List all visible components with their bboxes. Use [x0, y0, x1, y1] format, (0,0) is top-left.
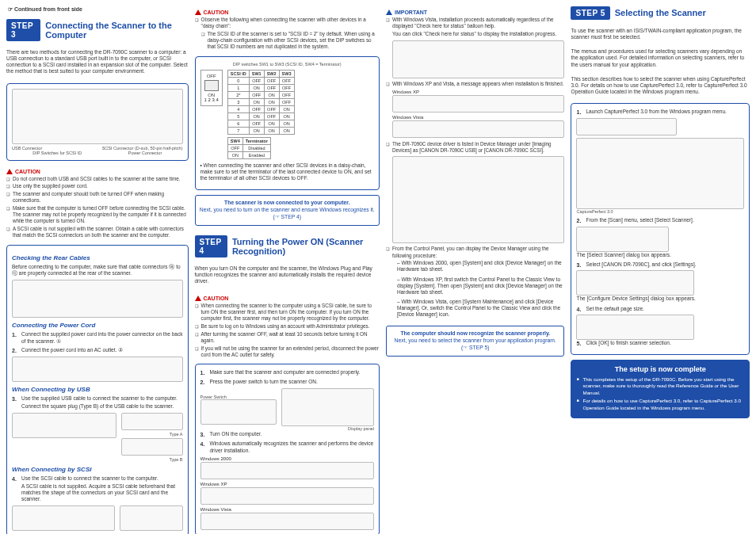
step5-s5: Click [OK] to finish scanner selection.: [586, 340, 670, 345]
device-manager-screenshot: [392, 156, 565, 243]
step5-procedure-panel: 1.Launch CapturePerfect 3.0 from the Win…: [571, 103, 750, 355]
step3-badge: STEP 3: [6, 19, 40, 41]
dip-switch-panel: DIP switches SW1 to SW3 (SCSI ID, SW4 = …: [195, 56, 380, 190]
step4-header: STEP 4 Turning the Power ON (Scanner Rec…: [195, 235, 380, 257]
caution-block-1: CAUTION Do not connect both USB and SCSI…: [6, 166, 189, 240]
step5-badge: STEP 5: [571, 6, 609, 20]
step3-done-banner: The scanner is now connected to your com…: [195, 195, 380, 225]
start-menu-screenshot: [576, 118, 677, 135]
dip-nums: 1 2 3 4: [204, 97, 219, 102]
rear-ports-diagram: [12, 89, 183, 144]
power-step: Connect the supplied power cord into the…: [21, 331, 182, 344]
dip-id-table: SCSI IDSW1SW2SW30OFFOFFOFF1ONOFFOFF2*OFF…: [227, 70, 295, 135]
step4-intro: When you turn ON the computer and the sc…: [195, 265, 380, 284]
power-steps: 1.Connect the supplied power cord into t…: [12, 331, 183, 354]
important-icon: [386, 10, 392, 15]
cp-item: – With Windows 2000, open [System] and c…: [397, 260, 565, 273]
caution-item: Be sure to log on to Windows using an ac…: [201, 323, 380, 330]
step3-header: STEP 3 Connecting the Scanner to the Com…: [6, 19, 189, 41]
dip-term-table: SW4TerminatorOFFDisabledONEnabled: [227, 137, 271, 159]
dip-off: OFF: [204, 74, 219, 78]
vista-balloon-screenshot: [392, 40, 565, 78]
caution-item: The scanner and computer should both be …: [13, 191, 189, 204]
rear-cables-diagram: [12, 280, 183, 318]
dialog-note: The [Select Scanner] dialog box appears.: [576, 252, 744, 258]
important-label: IMPORTANT: [395, 10, 427, 15]
step4-procedure-panel: 1.Make sure that the scanner and compute…: [195, 364, 380, 534]
scsi-computer-diagram: [12, 505, 115, 531]
step3-title: Connecting the Scanner to the Computer: [45, 21, 188, 40]
scsi-title: When Connecting by SCSI: [12, 466, 183, 473]
column-3: IMPORTANT With Windows Vista, installati…: [386, 6, 565, 528]
scanner-diagram: [281, 388, 374, 426]
daisy-intro: Observe the following when connecting th…: [201, 17, 380, 29]
caution-item: Make sure that the computer is turned OF…: [13, 205, 189, 225]
important-item: With Windows Vista, installation proceed…: [392, 17, 565, 29]
power-cord-title: Connecting the Power Cord: [12, 322, 183, 329]
caution-item: After turning the scanner OFF, wait at l…: [201, 331, 380, 344]
column-1: ☞ Continued from front side STEP 3 Conne…: [6, 6, 189, 528]
complete-item: This completes the setup of the DR-7090C…: [582, 376, 744, 396]
cp-item: – With Windows XP, first switch the Cont…: [397, 277, 565, 296]
step5-header: STEP 5 Selecting the Scanner: [571, 6, 750, 20]
step4-badge: STEP 4: [195, 235, 227, 257]
important-item: The DR-7090C device driver is listed in …: [392, 141, 565, 154]
step5-s2: From the [Scan] menu, select [Select Sca…: [586, 217, 693, 223]
dip-caption: DIP switches SW1 to SW3 (SCSI ID, SW4 = …: [200, 62, 374, 67]
power-switch-diagram: [200, 399, 277, 425]
vista-screenshot: [200, 513, 374, 530]
caution-item: When connecting the scanner to the compu…: [201, 303, 380, 322]
caution-item: Use only the supplied power cord.: [13, 183, 189, 189]
scan-menu-screenshot: [576, 227, 668, 252]
vista-done-screenshot: [392, 120, 565, 138]
os-label: Windows 2000: [200, 456, 374, 461]
rear-cables-intro: Before connecting to the computer, make …: [12, 264, 183, 277]
scsi-cable-diagram: [120, 505, 182, 531]
caution-icon: [6, 169, 13, 174]
daisy-terminator-note: • When connecting the scanner and other …: [200, 162, 374, 181]
step4-s4: Windows automatically recognizes the sca…: [210, 441, 374, 453]
setup-complete-box: The setup is now complete This completes…: [571, 360, 750, 418]
power-step: Connect the power cord into an AC outlet…: [21, 347, 123, 353]
device-settings-screenshot: [576, 315, 693, 340]
step5-s4: Set the default page size.: [586, 306, 643, 311]
step5-intro2: The menus and procedures used for select…: [571, 48, 750, 67]
step4-done-banner: The computer should now recognize the sc…: [386, 326, 565, 356]
usb-steps: 3.Use the supplied USB cable to connect …: [12, 395, 183, 410]
caution-block-2: CAUTION Observe the following when conne…: [195, 6, 380, 51]
caution-label: CAUTION: [204, 296, 229, 301]
usb-note: Connect the square plug (Type B) of the …: [21, 403, 183, 410]
important-item: From the Control Panel, you can display …: [392, 246, 565, 258]
important-item: With Windows XP and Vista, a message app…: [392, 81, 565, 87]
step5-s1: Launch CapturePerfect 3.0 from the Windo…: [586, 109, 726, 114]
usb-typea-diagram: [121, 413, 183, 430]
rear-cables-title: Checking the Rear Cables: [12, 254, 183, 261]
scsi-steps: 4.Use the SCSI cable to connect the scan…: [12, 475, 183, 502]
dip-label: DIP Switches for SCSI ID: [32, 151, 82, 155]
winxp-screenshot: [200, 487, 374, 505]
continued-note: ☞ Continued from front side: [6, 6, 189, 13]
column-2: CAUTION Observe the following when conne…: [195, 6, 380, 528]
step4-title: Turning the Power ON (Scanner Recognitio…: [232, 237, 380, 256]
step5-intro3: This section describes how to select the…: [571, 76, 750, 95]
caution-item: If you will not be using the scanner for…: [201, 345, 380, 358]
step5-title: Selecting the Scanner: [615, 8, 706, 17]
column-4: STEP 5 Selecting the Scanner To use the …: [571, 6, 750, 528]
step4-s3: Turn ON the computer.: [210, 431, 262, 437]
type-b-label: Type B: [121, 457, 183, 462]
step3-procedure-panel: Checking the Rear Cables Before connecti…: [6, 245, 189, 534]
step4-s2: Press the power switch to turn the scann…: [210, 379, 318, 384]
daisy-item: The SCSI ID of the scanner is set to "SC…: [208, 31, 380, 51]
captureperfect-screenshot: [576, 138, 744, 209]
scsi-step: Use the SCSI cable to connect the scanne…: [21, 475, 158, 481]
usb-typeb-diagram: [121, 438, 183, 456]
cp-label: CapturePerfect 3.0: [576, 209, 744, 214]
dialog-note: The [Configure Device Settings] dialog b…: [576, 296, 744, 302]
step5-intro1: To use the scanner with an ISIS/TWAIN-co…: [571, 28, 750, 40]
select-scanner-screenshot: [576, 270, 693, 296]
caution-item: A SCSI cable is not supplied with the sc…: [13, 226, 189, 238]
caution-label: CAUTION: [15, 169, 40, 174]
step4-s1: Make sure that the scanner and computer …: [210, 369, 361, 375]
usb-step: Use the supplied USB cable to connect th…: [21, 395, 178, 401]
complete-item: For details on how to use CapturePerfect…: [582, 398, 744, 411]
